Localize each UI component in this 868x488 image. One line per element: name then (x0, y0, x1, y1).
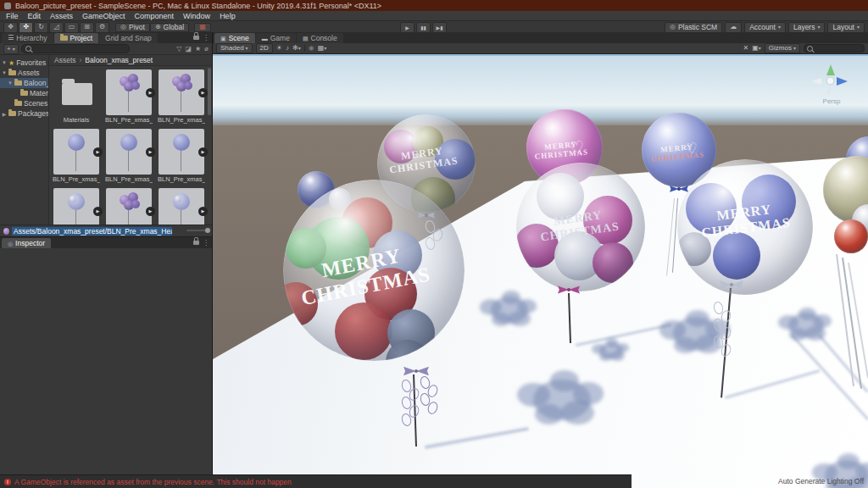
tree-item-scenes[interactable]: Scenes (0, 98, 48, 108)
selected-asset-path[interactable]: Assets/Baloon_xmas_preset/BLN_Pre_xmas_H… (12, 227, 172, 236)
asset-expand-arrow[interactable]: ▶ (198, 207, 208, 216)
grid-visibility-icon[interactable]: ▦▾ (318, 45, 327, 52)
asset-expand-arrow[interactable]: ▶ (93, 147, 103, 157)
kebab-menu-icon[interactable]: ⋮ (203, 34, 209, 42)
auto-generate-lighting-status[interactable]: Auto Generate Lighting Off (778, 477, 864, 485)
scene-search-input[interactable] (804, 44, 865, 53)
hand-tool[interactable]: ✥ (3, 22, 18, 33)
breadcrumb-current[interactable]: Baloon_xmas_preset (85, 56, 153, 64)
tab-console[interactable]: ▤Console (297, 33, 343, 43)
project-asset[interactable]: ▶BLN_Pre_xmas_... (53, 188, 100, 225)
project-asset[interactable]: ▶BLN_Pre_xmas_... (158, 129, 205, 183)
tab-project[interactable]: Project (54, 33, 98, 43)
scene-visibility-icon[interactable]: ◉ (309, 45, 314, 52)
custom-tool[interactable]: ⚙ (95, 22, 109, 33)
project-asset[interactable]: ▶BLN_Pre_xmas_01 (53, 129, 100, 183)
project-asset[interactable]: ▶BLN_Pre_xmas_... (105, 129, 153, 183)
account-button[interactable]: Account▾ (744, 22, 786, 33)
lock-icon[interactable] (193, 241, 199, 245)
asset-expand-arrow[interactable]: ▶ (198, 147, 208, 157)
filter-by-label-icon[interactable]: ◪ (185, 45, 192, 53)
breadcrumb-root[interactable]: Assets (54, 56, 76, 64)
project-asset[interactable]: ▶BLN_Pre_xmas_H.. (158, 69, 205, 124)
grid-snap-button[interactable]: ▦ (194, 23, 211, 32)
balloon-edge-red[interactable] (834, 219, 868, 253)
2d-toggle[interactable]: 2D (256, 43, 273, 53)
balloon-bunch-center[interactable]: MERRYCHRISTMAS (516, 163, 645, 291)
move-tool[interactable]: ✜ (19, 22, 33, 33)
menu-help[interactable]: Help (220, 12, 236, 20)
tree-item-packages[interactable]: ▶Packages (0, 108, 48, 119)
balloon-bunch-front[interactable]: MERRYCHRISTMAS (283, 180, 465, 361)
shading-mode-dropdown[interactable]: Shaded ▾ (216, 43, 253, 53)
layout-button[interactable]: Layout▾ (827, 22, 865, 33)
balloon-bunch-right[interactable]: MERRYCHRISTMAS (677, 159, 813, 295)
gizmo-y-axis[interactable] (826, 64, 835, 75)
scale-tool[interactable]: ◿ (49, 22, 64, 33)
favorite-search-icon[interactable]: ★ (195, 45, 201, 53)
menu-file[interactable]: File (6, 12, 19, 20)
expand-arrow-icon[interactable]: ▼ (2, 70, 7, 75)
scene-audio-icon[interactable]: ♪ (286, 45, 289, 52)
filter-by-type-icon[interactable]: ▽ (176, 45, 181, 53)
asset-expand-arrow[interactable]: ▶ (93, 207, 103, 216)
status-error-message[interactable]: A GameObject is referenced as asset from… (14, 478, 292, 486)
tab-scene[interactable]: ▣Scene (214, 33, 255, 43)
tree-item-material[interactable]: Material (0, 88, 48, 98)
scene-viewport[interactable]: MERRYCHRISTMAS♡♡MERRYCHRISTMAS♡♡MERRYCHR… (213, 54, 868, 488)
project-asset[interactable]: ▶BLN_Pre_xmas_H.. (105, 69, 153, 124)
project-asset[interactable]: ▶BLN_Pre_xmas_... (105, 188, 153, 225)
component-tools-icon[interactable]: ✕ (743, 45, 749, 52)
gizmo-projection-label[interactable]: Persp (806, 97, 857, 105)
asset-expand-arrow[interactable]: ▶ (146, 88, 155, 97)
menu-edit[interactable]: Edit (28, 12, 42, 20)
scene-lighting-icon[interactable]: ☀ (276, 45, 282, 52)
gizmos-dropdown[interactable]: Gizmos ▾ (765, 43, 800, 53)
tab-inspector[interactable]: ◎ Inspector (2, 238, 51, 248)
tab-hierarchy[interactable]: ☰Hierarchy (2, 33, 53, 43)
tab-game[interactable]: ▬Game (256, 33, 296, 43)
kebab-menu-icon[interactable]: ⋮ (203, 239, 209, 247)
menu-component[interactable]: Component (135, 12, 175, 20)
layers-button[interactable]: Layers▾ (788, 22, 826, 33)
menu-gameobject[interactable]: GameObject (82, 12, 125, 20)
asset-expand-arrow[interactable]: ▶ (198, 88, 208, 97)
camera-settings-icon[interactable]: ▣▾ (752, 45, 761, 52)
hidden-packages-icon[interactable]: ø (204, 45, 209, 53)
tab-grid-and-snap[interactable]: Grid and Snap (99, 33, 158, 43)
rotate-tool[interactable]: ↻ (34, 22, 48, 33)
tree-item-favorites[interactable]: ▼★Favorites (0, 58, 48, 68)
menu-assets[interactable]: Assets (50, 12, 73, 20)
menu-window[interactable]: Window (183, 12, 210, 20)
project-search-input[interactable] (21, 44, 130, 53)
grid-scrollbar[interactable] (208, 68, 211, 115)
asset-thumbnail (159, 69, 204, 115)
project-asset[interactable]: Materials (53, 69, 100, 124)
gizmo-x-axis[interactable] (812, 78, 821, 85)
asset-expand-arrow[interactable]: ▶ (146, 207, 155, 216)
gizmo-z-axis[interactable] (837, 77, 848, 86)
status-bar[interactable]: ! A GameObject is referenced as asset fr… (0, 474, 632, 488)
cloud-button[interactable]: ☁ (725, 22, 742, 33)
selected-asset-path-bar: Assets/Baloon_xmas_preset/BLN_Pre_xmas_H… (0, 225, 212, 236)
tree-item-assets[interactable]: ▼Assets (0, 68, 48, 78)
scene-orientation-gizmo[interactable]: Persp (806, 61, 857, 108)
expand-arrow-icon[interactable]: ▼ (8, 80, 13, 86)
global-toggle[interactable]: ⊕ Global (150, 23, 189, 32)
window-titlebar[interactable]: Baloon_picture_preset - SampleScene - PC… (0, 0, 868, 11)
slider-thumb[interactable] (205, 228, 210, 233)
create-asset-button[interactable]: + ▾ (3, 44, 19, 54)
asset-expand-arrow[interactable]: ▶ (146, 147, 155, 157)
lock-icon[interactable] (193, 36, 199, 40)
rect-tool[interactable]: ▭ (64, 22, 79, 33)
thumbnail-size-slider[interactable] (186, 230, 209, 231)
tree-item-baloon-xm[interactable]: ▼Baloon_xm (0, 78, 48, 88)
plastic-scm-button[interactable]: ◎Plastic SCM (665, 22, 722, 33)
gizmo-center-cube[interactable] (827, 78, 833, 84)
expand-arrow-icon[interactable]: ▶ (2, 111, 7, 117)
transform-tool[interactable]: ⊞ (80, 22, 94, 33)
scene-effects-icon[interactable]: ✻▾ (292, 45, 301, 52)
expand-arrow-icon[interactable]: ▼ (2, 60, 7, 65)
pivot-toggle[interactable]: ◎ Pivot (115, 23, 150, 32)
project-asset[interactable]: ▶BLN_Pre_xmas_... (158, 188, 205, 225)
